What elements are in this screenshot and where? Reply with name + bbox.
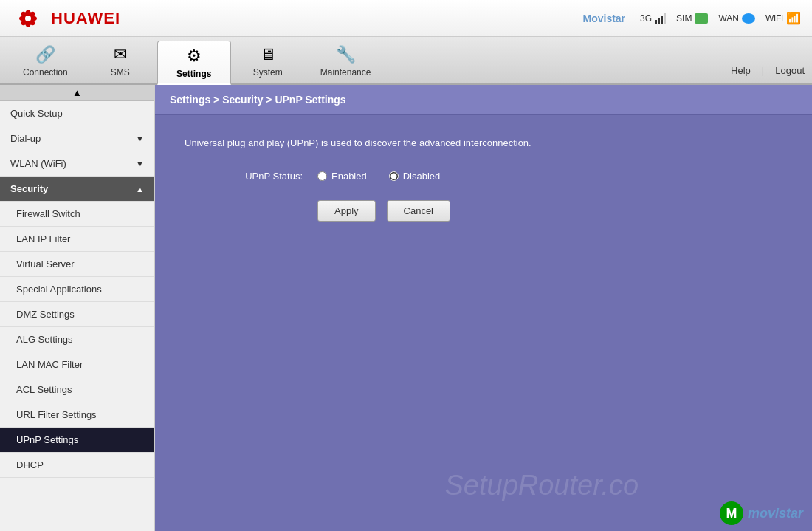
movistar-logo-icon: M [720,501,743,525]
sim-icon [695,13,708,24]
status-indicators: 3G SIM WAN WiFi 📶 [640,11,801,25]
svg-point-4 [25,16,31,21]
sidebar-item-lan-ip-filter[interactable]: LAN IP Filter [0,227,154,252]
content-area: Settings > Security > UPnP Settings Univ… [155,85,812,531]
sidebar: ▲ Quick Setup Dial-up ▼ WLAN (WiFi) ▼ Se… [0,85,155,531]
tab-system-label: System [253,67,283,78]
tab-system[interactable]: 🖥 System [231,39,305,83]
radio-enabled-input[interactable] [317,171,327,181]
sidebar-item-label: Dial-up [10,133,41,144]
sidebar-item-label: ALG Settings [16,334,73,345]
radio-disabled-option[interactable]: Disabled [389,171,441,182]
tab-maintenance[interactable]: 🔧 Maintenance [305,39,387,83]
watermark: SetupRouter.co [444,470,639,501]
sidebar-item-label: Security [10,183,48,194]
sidebar-item-label: Quick Setup [10,108,63,119]
sidebar-item-dmz-settings[interactable]: DMZ Settings [0,302,154,327]
content-panel: Universal plug and play (UPnP) is used t… [155,115,812,244]
sidebar-item-lan-mac-filter[interactable]: LAN MAC Filter [0,352,154,377]
breadcrumb: Settings > Security > UPnP Settings [170,94,346,106]
chevron-up-icon: ▲ [136,185,144,193]
sidebar-item-upnp-settings[interactable]: UPnP Settings [0,428,154,453]
sidebar-item-label: Virtual Server [16,258,75,270]
upnp-status-label: UPnP Status: [185,171,303,182]
maintenance-icon: 🔧 [336,45,356,64]
sidebar-item-special-applications[interactable]: Special Applications [0,277,154,302]
logout-link[interactable]: Logout [775,65,805,76]
header-right: Movistar 3G SIM WAN WiFi � [583,11,802,25]
scroll-up-icon: ▲ [72,87,82,98]
huawei-logo-icon [11,5,45,32]
sidebar-item-label: ACL Settings [16,384,72,395]
wan-icon [742,13,755,24]
tab-maintenance-label: Maintenance [320,67,371,78]
radio-disabled-label: Disabled [403,171,441,182]
sidebar-item-label: URL Filter Settings [16,409,97,420]
sidebar-item-security[interactable]: Security ▲ [0,177,154,202]
nav-divider: | [762,65,764,76]
description-text: Universal plug and play (UPnP) is used t… [185,137,782,148]
cancel-button[interactable]: Cancel [387,200,450,222]
sidebar-item-label: Firewall Switch [16,208,80,219]
sidebar-item-label: LAN IP Filter [16,233,70,244]
breadcrumb-bar: Settings > Security > UPnP Settings [155,85,812,115]
sidebar-scroll-up[interactable]: ▲ [0,85,154,101]
movistar-label: movistar [748,506,803,521]
upnp-status-row: UPnP Status: Enabled Disabled [185,171,782,182]
wan-status: WAN [718,13,755,24]
sidebar-item-alg-settings[interactable]: ALG Settings [0,327,154,352]
settings-icon: ⚙ [187,47,202,66]
brand-name: HUAWEI [51,9,120,28]
3g-status: 3G [640,13,666,24]
sidebar-item-dhcp[interactable]: DHCP [0,453,154,478]
sidebar-item-acl-settings[interactable]: ACL Settings [0,377,154,402]
sidebar-item-label: DHCP [16,459,44,470]
sidebar-item-url-filter-settings[interactable]: URL Filter Settings [0,402,154,428]
signal-bars-icon [655,13,666,24]
sidebar-item-label: DMZ Settings [16,309,75,320]
wan-label: WAN [718,13,739,24]
apply-button[interactable]: Apply [317,200,376,222]
nav-help-logout: Help | Logout [731,65,805,83]
sidebar-item-label: Special Applications [16,284,102,295]
sim-label: SIM [676,13,692,24]
tab-settings-label: Settings [176,69,211,79]
tab-connection-label: Connection [23,67,68,78]
system-icon: 🖥 [260,45,276,64]
sim-status: SIM [676,13,708,24]
sidebar-item-label: LAN MAC Filter [16,359,83,370]
radio-disabled-input[interactable] [389,171,399,181]
help-link[interactable]: Help [731,65,751,76]
sidebar-item-wlan[interactable]: WLAN (WiFi) ▼ [0,151,154,177]
tab-sms[interactable]: ✉ SMS [83,39,157,83]
connection-icon: 🔗 [35,45,55,64]
upnp-status-radio-group: Enabled Disabled [317,171,440,182]
radio-enabled-option[interactable]: Enabled [317,171,367,182]
tab-settings[interactable]: ⚙ Settings [157,41,231,85]
sidebar-item-label: UPnP Settings [16,434,78,445]
wifi-icon: 📶 [786,11,801,25]
wifi-status: WiFi 📶 [765,11,801,25]
sidebar-item-virtual-server[interactable]: Virtual Server [0,252,154,277]
header: HUAWEI Movistar 3G SIM WAN [0,0,812,37]
main-container: ▲ Quick Setup Dial-up ▼ WLAN (WiFi) ▼ Se… [0,85,812,531]
chevron-down-icon: ▼ [136,160,144,168]
movistar-badge: M movistar [720,501,803,525]
sidebar-item-firewall-switch[interactable]: Firewall Switch [0,202,154,227]
tab-sms-label: SMS [111,67,130,78]
chevron-down-icon: ▼ [136,134,144,143]
nav-tabs: 🔗 Connection ✉ SMS ⚙ Settings 🖥 System 🔧… [0,37,812,85]
sidebar-item-quick-setup[interactable]: Quick Setup [0,101,154,126]
logo-area: HUAWEI [11,5,120,32]
tab-connection[interactable]: 🔗 Connection [7,39,83,83]
sms-icon: ✉ [114,45,127,64]
sidebar-item-dial-up[interactable]: Dial-up ▼ [0,126,154,151]
sidebar-item-label: WLAN (WiFi) [10,158,66,169]
wifi-label: WiFi [765,13,783,24]
3g-label: 3G [640,13,652,24]
button-row: Apply Cancel [317,200,782,222]
radio-enabled-label: Enabled [331,171,367,182]
provider-name: Movistar [583,13,626,24]
